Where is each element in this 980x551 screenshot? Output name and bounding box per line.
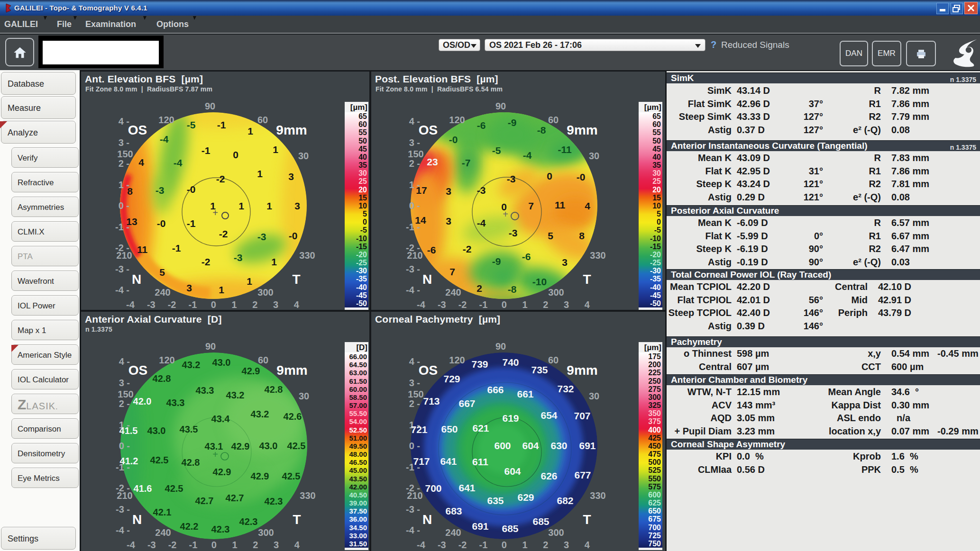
svg-text:-3: -3 (147, 299, 156, 310)
svg-text:39.00: 39.00 (349, 499, 367, 507)
svg-text:10: 10 (358, 202, 367, 210)
svg-text:43.1: 43.1 (205, 441, 223, 452)
svg-text:635: 635 (487, 495, 504, 506)
svg-text:48.00: 48.00 (349, 450, 367, 458)
svg-text:50: 50 (358, 137, 367, 145)
svg-text:41.5: 41.5 (119, 425, 138, 436)
svg-text:30: 30 (589, 391, 599, 401)
svg-text:49.50: 49.50 (349, 442, 367, 450)
svg-text:0: 0 (502, 299, 507, 310)
svg-text:4: 4 (294, 299, 300, 310)
svg-text:150: 150 (408, 149, 423, 159)
svg-text:150: 150 (117, 149, 133, 159)
svg-text:-1: -1 (189, 540, 198, 550)
svg-text:-6: -6 (477, 120, 486, 131)
svg-text:0: 0 (501, 201, 507, 212)
svg-text:-4 -: -4 - (115, 285, 129, 295)
svg-text:5: 5 (548, 230, 553, 241)
svg-text:1: 1 (219, 284, 224, 295)
svg-text:43.2: 43.2 (251, 409, 269, 419)
svg-text:[D]: [D] (356, 343, 367, 352)
svg-text:3: 3 (562, 257, 568, 268)
svg-text:739: 739 (471, 359, 488, 370)
svg-text:30: 30 (298, 151, 309, 161)
svg-text:-3: -3 (438, 540, 446, 550)
svg-text:2 -: 2 - (409, 398, 420, 409)
svg-text:43.3: 43.3 (196, 385, 214, 396)
svg-text:641: 641 (440, 456, 457, 467)
svg-text:-10: -10 (650, 235, 661, 243)
svg-text:1: 1 (522, 540, 527, 550)
svg-text:-2: -2 (168, 299, 176, 310)
svg-text:-0: -0 (289, 230, 298, 241)
svg-text:-3: -3 (234, 252, 243, 263)
svg-text:13: 13 (126, 216, 137, 227)
svg-text:-3 -: -3 - (406, 504, 420, 515)
svg-text:1: 1 (266, 200, 272, 211)
svg-text:N: N (132, 512, 142, 527)
svg-text:-1: -1 (201, 145, 211, 156)
svg-text:0 -: 0 - (119, 441, 130, 451)
svg-text:3: 3 (446, 216, 451, 226)
svg-text:60.00: 60.00 (349, 385, 367, 393)
svg-text:3: 3 (446, 186, 451, 197)
svg-text:-3: -3 (477, 185, 486, 196)
svg-text:120: 120 (159, 355, 174, 365)
svg-text:15: 15 (358, 194, 367, 202)
svg-text:-8: -8 (537, 125, 546, 135)
svg-text:25: 25 (358, 177, 367, 185)
svg-text:630: 630 (550, 440, 567, 451)
svg-text:45: 45 (358, 145, 367, 153)
svg-text:-3: -3 (438, 299, 446, 310)
svg-text:42.2: 42.2 (180, 521, 199, 532)
svg-text:0: 0 (547, 171, 552, 181)
svg-text:45.00: 45.00 (349, 466, 367, 474)
svg-text:685: 685 (502, 523, 518, 534)
svg-text:425: 425 (648, 434, 661, 442)
svg-text:-2: -2 (463, 244, 472, 254)
svg-text:3 -: 3 - (119, 137, 129, 148)
svg-text:42.9: 42.9 (213, 467, 231, 477)
svg-text:1: 1 (210, 200, 216, 211)
svg-text:740: 740 (502, 357, 519, 368)
svg-text:[µm]: [µm] (350, 103, 367, 112)
svg-text:64.50: 64.50 (349, 361, 367, 369)
svg-text:42.8: 42.8 (153, 373, 171, 384)
svg-text:40: 40 (358, 153, 367, 161)
svg-text:-1: -1 (172, 243, 181, 253)
svg-text:-25: -25 (356, 259, 367, 267)
svg-text:-2 -: -2 - (406, 483, 420, 493)
svg-text:120: 120 (158, 115, 174, 125)
svg-text:500: 500 (648, 458, 661, 466)
svg-text:65: 65 (652, 112, 661, 120)
svg-text:-4: -4 (126, 299, 135, 310)
svg-text:-10: -10 (356, 235, 367, 243)
svg-text:675: 675 (648, 515, 661, 523)
svg-text:-5: -5 (187, 119, 196, 130)
svg-text:-30: -30 (356, 267, 367, 275)
svg-text:T: T (293, 512, 301, 527)
svg-text:600: 600 (648, 491, 661, 499)
svg-text:45: 45 (652, 145, 661, 153)
svg-text:1: 1 (238, 200, 244, 211)
svg-text:-50: -50 (650, 299, 661, 307)
svg-text:46.50: 46.50 (349, 458, 367, 466)
svg-text:15: 15 (652, 194, 661, 202)
svg-text:OS: OS (128, 363, 147, 378)
svg-text:25: 25 (652, 177, 661, 185)
svg-text:-3: -3 (147, 540, 156, 550)
svg-text:713: 713 (423, 396, 440, 406)
svg-text:20: 20 (358, 186, 367, 194)
svg-text:43.0: 43.0 (212, 357, 231, 368)
svg-text:-5: -5 (360, 226, 367, 234)
svg-text:732: 732 (557, 383, 574, 394)
svg-text:30: 30 (358, 169, 367, 177)
svg-text:-3: -3 (156, 185, 165, 196)
svg-text:30: 30 (589, 151, 599, 161)
svg-text:-1: -1 (187, 218, 196, 229)
svg-text:43.0: 43.0 (147, 425, 166, 436)
svg-text:-4: -4 (174, 157, 183, 168)
svg-text:9mm: 9mm (567, 363, 597, 378)
svg-text:330: 330 (590, 250, 605, 261)
svg-text:-3: -3 (509, 227, 518, 238)
